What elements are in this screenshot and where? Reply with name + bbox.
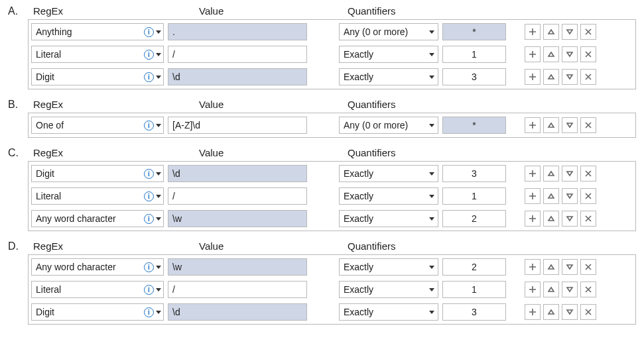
delete-button[interactable] [580, 46, 596, 62]
quantifier-dropdown[interactable]: Exactly [339, 187, 438, 205]
add-button[interactable] [525, 282, 541, 297]
chevron-down-icon [429, 288, 434, 291]
info-icon[interactable]: i [144, 121, 154, 130]
delete-button[interactable] [580, 259, 596, 275]
move-down-button[interactable] [562, 282, 578, 297]
info-icon[interactable]: i [144, 27, 154, 37]
move-down-button[interactable] [562, 24, 578, 40]
quantifier-label: Exactly [344, 72, 373, 82]
rule-row: One ofi[A-Z]\dAny (0 or more)* [31, 115, 633, 135]
add-button[interactable] [525, 211, 541, 227]
add-button[interactable] [525, 166, 541, 182]
move-up-button[interactable] [543, 69, 559, 85]
header-quantifiers: Quantifiers [348, 147, 396, 158]
delete-button[interactable] [580, 166, 596, 182]
quantifier-dropdown[interactable]: Exactly [339, 281, 438, 298]
move-up-button[interactable] [543, 46, 559, 62]
add-button[interactable] [525, 46, 541, 62]
quantifier-count-text: 1 [472, 49, 477, 60]
quantifier-count-text: * [472, 26, 476, 37]
delete-button[interactable] [580, 304, 596, 320]
value-field[interactable]: / [168, 187, 307, 205]
regex-type-dropdown[interactable]: Digiti [31, 165, 164, 182]
add-button[interactable] [525, 24, 541, 40]
add-button[interactable] [525, 188, 541, 204]
delete-button[interactable] [580, 282, 596, 297]
info-icon[interactable]: i [144, 262, 154, 272]
move-down-button[interactable] [562, 117, 578, 133]
move-up-button[interactable] [543, 259, 559, 275]
quantifier-dropdown[interactable]: Exactly [339, 210, 438, 227]
delete-button[interactable] [580, 24, 596, 40]
header-quantifiers: Quantifiers [348, 99, 396, 110]
move-down-button[interactable] [562, 166, 578, 182]
regex-type-dropdown[interactable]: Literali [31, 281, 164, 298]
regex-type-label: One of [36, 120, 144, 130]
info-icon[interactable]: i [144, 285, 154, 295]
delete-button[interactable] [580, 188, 596, 204]
move-up-button[interactable] [543, 211, 559, 227]
regex-type-dropdown[interactable]: One ofi [31, 117, 164, 134]
quantifier-dropdown[interactable]: Exactly [339, 258, 438, 276]
move-down-button[interactable] [562, 188, 578, 204]
move-up-button[interactable] [543, 166, 559, 182]
rule-row: Any word characteri\wExactly2 [31, 209, 633, 229]
quantifier-count[interactable]: 3 [442, 165, 506, 182]
add-button[interactable] [525, 259, 541, 275]
info-icon[interactable]: i [144, 169, 154, 179]
quantifier-count[interactable]: 3 [442, 68, 506, 85]
info-icon[interactable]: i [144, 72, 154, 82]
move-down-button[interactable] [562, 69, 578, 85]
info-icon[interactable]: i [144, 191, 154, 201]
move-down-button[interactable] [562, 211, 578, 227]
quantifier-dropdown[interactable]: Any (0 or more) [339, 23, 438, 40]
quantifier-count[interactable]: 1 [442, 281, 506, 298]
move-down-button[interactable] [562, 259, 578, 275]
quantifier-label: Any (0 or more) [344, 26, 408, 37]
quantifier-dropdown[interactable]: Exactly [339, 46, 438, 63]
move-down-button[interactable] [562, 304, 578, 320]
move-up-button[interactable] [543, 24, 559, 40]
quantifier-dropdown[interactable]: Exactly [339, 165, 438, 182]
quantifier-label: Exactly [344, 284, 373, 295]
move-up-button[interactable] [543, 117, 559, 133]
info-icon[interactable]: i [144, 307, 154, 317]
add-button[interactable] [525, 69, 541, 85]
move-up-button[interactable] [543, 188, 559, 204]
chevron-down-icon [429, 217, 434, 221]
regex-type-dropdown[interactable]: Any word characteri [31, 258, 164, 276]
info-icon[interactable]: i [144, 214, 154, 224]
move-up-button[interactable] [543, 304, 559, 320]
quantifier-count[interactable]: 2 [442, 210, 506, 227]
column-headers: RegExValueQuantifiers [33, 99, 636, 110]
delete-button[interactable] [580, 211, 596, 227]
quantifier-count[interactable]: 3 [442, 303, 506, 321]
value-text: \d [172, 307, 180, 317]
quantifier-label: Exactly [344, 213, 373, 224]
move-down-button[interactable] [562, 46, 578, 62]
quantifier-dropdown[interactable]: Exactly [339, 68, 438, 85]
quantifier-count[interactable]: 1 [442, 46, 506, 63]
regex-type-dropdown[interactable]: Anythingi [31, 23, 164, 40]
regex-type-label: Any word character [36, 262, 144, 272]
header-regex: RegEx [33, 5, 199, 17]
info-icon[interactable]: i [144, 50, 154, 60]
move-up-button[interactable] [543, 282, 559, 297]
value-field[interactable]: / [168, 281, 307, 298]
quantifier-dropdown[interactable]: Any (0 or more) [339, 117, 438, 134]
quantifier-count[interactable]: 2 [442, 258, 506, 276]
regex-type-dropdown[interactable]: Digiti [31, 68, 164, 85]
regex-type-dropdown[interactable]: Literali [31, 187, 164, 205]
delete-button[interactable] [580, 117, 596, 133]
quantifier-dropdown[interactable]: Exactly [339, 303, 438, 321]
regex-type-dropdown[interactable]: Digiti [31, 303, 164, 321]
regex-type-dropdown[interactable]: Any word characteri [31, 210, 164, 227]
chevron-down-icon [429, 53, 434, 56]
delete-button[interactable] [580, 69, 596, 85]
quantifier-count[interactable]: 1 [442, 187, 506, 205]
value-field[interactable]: / [168, 46, 307, 63]
regex-type-dropdown[interactable]: Literali [31, 46, 164, 63]
add-button[interactable] [525, 304, 541, 320]
value-field[interactable]: [A-Z]\d [168, 117, 307, 134]
add-button[interactable] [525, 117, 541, 133]
